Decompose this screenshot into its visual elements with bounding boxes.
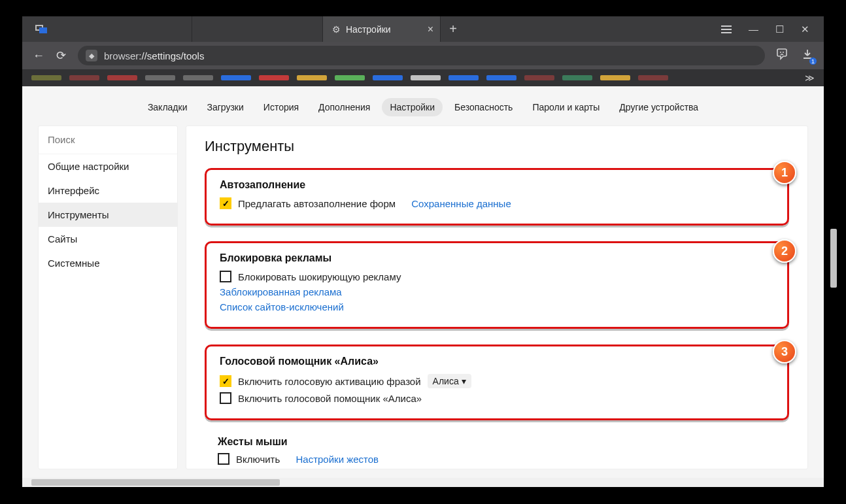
checkbox-block-shocking[interactable]: [220, 271, 231, 282]
menu-icon[interactable]: [721, 25, 732, 33]
scrollbar-thumb[interactable]: [31, 479, 280, 486]
new-tab-button[interactable]: +: [441, 16, 465, 42]
bookmark-item[interactable]: [335, 75, 365, 80]
checkbox-voice-activation[interactable]: ✓: [220, 375, 231, 387]
bookmark-item[interactable]: [183, 75, 213, 80]
section-adblock: 2 Блокировка рекламы Блокировать шокирую…: [205, 241, 789, 329]
topmenu-item[interactable]: Безопасность: [447, 98, 520, 116]
annotation-callout-3: 3: [773, 340, 796, 363]
settings-panel: Инструменты 1 Автозаполнение ✓ Предлагат…: [186, 126, 808, 469]
topmenu-item[interactable]: История: [256, 98, 307, 116]
link-saved-data[interactable]: Сохраненные данные: [411, 198, 511, 209]
annotation-callout-2: 2: [773, 239, 796, 263]
downloads-badge: 1: [809, 58, 817, 65]
gear-icon: ⚙: [332, 24, 341, 35]
sidebar-item[interactable]: Системные: [39, 251, 177, 275]
tab-inactive-1[interactable]: [61, 16, 192, 42]
checkbox-label: Включить голосовой помощник «Алиса»: [238, 393, 422, 404]
bookmark-item[interactable]: [524, 75, 554, 80]
address-bar[interactable]: ◆ browser://settings/tools: [78, 46, 765, 65]
bookmark-item[interactable]: [448, 75, 479, 80]
section-title: Голосовой помощник «Алиса»: [220, 356, 774, 367]
checkbox-enable-alice[interactable]: [220, 392, 231, 404]
checkbox-autofill[interactable]: ✓: [220, 197, 231, 209]
search-input[interactable]: [48, 134, 168, 145]
bookmark-item[interactable]: [31, 75, 61, 80]
link-gesture-settings[interactable]: Настройки жестов: [296, 454, 379, 465]
topmenu-item[interactable]: Другие устройства: [611, 98, 706, 116]
minimize-icon[interactable]: —: [749, 24, 758, 35]
bookmark-item[interactable]: [562, 75, 592, 80]
url-path: ://settings/tools: [139, 50, 204, 61]
maximize-icon[interactable]: ☐: [775, 24, 784, 35]
window-controls: — ☐ ✕: [707, 24, 824, 35]
sidebar-item[interactable]: Интерфейс: [39, 178, 177, 203]
topmenu-item[interactable]: Загрузки: [199, 98, 251, 116]
checkbox-label: Включить голосовую активацию фразой: [238, 376, 421, 387]
sidebar-item[interactable]: Инструменты: [39, 203, 177, 227]
tab-title: Настройки: [346, 24, 391, 35]
bookmark-item[interactable]: [69, 75, 99, 80]
link-blocked-ads[interactable]: Заблокированная реклама: [220, 286, 342, 297]
reload-icon[interactable]: ⟳: [56, 48, 66, 63]
tab-inactive-2[interactable]: [192, 16, 323, 42]
section-autofill: 1 Автозаполнение ✓ Предлагать автозаполн…: [205, 168, 789, 226]
checkbox-label: Включить: [236, 454, 280, 465]
bookmark-item[interactable]: [259, 75, 289, 80]
bookmarks-overflow-icon[interactable]: ≫: [805, 73, 815, 83]
page-content: ЗакладкиЗагрузкиИсторияДополненияНастрой…: [22, 86, 824, 478]
annotation-callout-1: 1: [773, 161, 796, 184]
checkbox-gestures[interactable]: [218, 453, 229, 465]
downloads-icon[interactable]: 1: [802, 48, 813, 63]
topmenu-item[interactable]: Пароли и карты: [524, 98, 607, 116]
bookmark-item[interactable]: [638, 75, 668, 80]
bookmark-item[interactable]: [297, 75, 327, 80]
bookmark-item[interactable]: [221, 75, 251, 80]
feedback-icon[interactable]: [775, 48, 788, 63]
bookmark-item[interactable]: [373, 75, 403, 80]
sidebar-search: [39, 126, 177, 154]
section-title: Жесты мыши: [218, 436, 776, 448]
section-title: Автозаполнение: [220, 179, 774, 191]
chevron-down-icon: ▾: [462, 376, 466, 386]
bookmark-item[interactable]: [107, 75, 137, 80]
checkbox-label: Предлагать автозаполнение форм: [238, 198, 396, 209]
section-alice: 3 Голосовой помощник «Алиса» ✓ Включить …: [205, 344, 789, 420]
tab-settings[interactable]: ⚙ Настройки ×: [323, 16, 441, 42]
settings-sidebar: Общие настройкиИнтерфейсИнструментыСайты…: [38, 126, 178, 469]
vertical-scrollbar-thumb[interactable]: [830, 229, 837, 288]
sidebar-item[interactable]: Общие настройки: [39, 154, 177, 178]
title-bar: ⚙ Настройки × + — ☐ ✕: [22, 16, 824, 42]
bookmark-item[interactable]: [145, 75, 175, 80]
section-title: Блокировка рекламы: [220, 252, 774, 264]
url-host: browser: [104, 50, 139, 61]
site-info-icon[interactable]: ◆: [86, 50, 97, 61]
sidebar-item[interactable]: Сайты: [39, 227, 177, 251]
browser-window: ⚙ Настройки × + — ☐ ✕ ← ⟳ ◆ browser://se…: [22, 16, 824, 487]
bookmark-item[interactable]: [600, 75, 630, 80]
bookmark-item[interactable]: [486, 75, 516, 80]
topmenu-item[interactable]: Закладки: [140, 98, 195, 116]
bookmark-item[interactable]: [411, 75, 441, 80]
phrase-select[interactable]: Алиса▾: [428, 374, 471, 388]
close-tab-icon[interactable]: ×: [428, 24, 433, 35]
navigation-bar: ← ⟳ ◆ browser://settings/tools 1: [22, 42, 824, 69]
topmenu-item[interactable]: Настройки: [382, 98, 443, 116]
toolbar-tray: 1: [775, 48, 813, 63]
checkbox-label: Блокировать шокирующую рекламу: [238, 271, 401, 282]
workspace-icon[interactable]: [35, 25, 48, 34]
settings-top-menu: ЗакладкиЗагрузкиИсторияДополненияНастрой…: [22, 86, 824, 126]
main-layout: Общие настройкиИнтерфейсИнструментыСайты…: [22, 126, 824, 469]
section-mouse-gestures: Жесты мыши Включить Настройки жестов: [205, 436, 789, 465]
tab-strip: ⚙ Настройки × +: [61, 16, 707, 42]
topmenu-item[interactable]: Дополнения: [311, 98, 378, 116]
horizontal-scrollbar[interactable]: [22, 478, 824, 487]
page-title: Инструменты: [205, 138, 789, 155]
close-window-icon[interactable]: ✕: [801, 24, 809, 35]
back-icon[interactable]: ←: [33, 49, 44, 63]
bookmarks-bar: ≫: [22, 69, 824, 86]
link-exceptions[interactable]: Список сайтов-исключений: [220, 301, 344, 312]
